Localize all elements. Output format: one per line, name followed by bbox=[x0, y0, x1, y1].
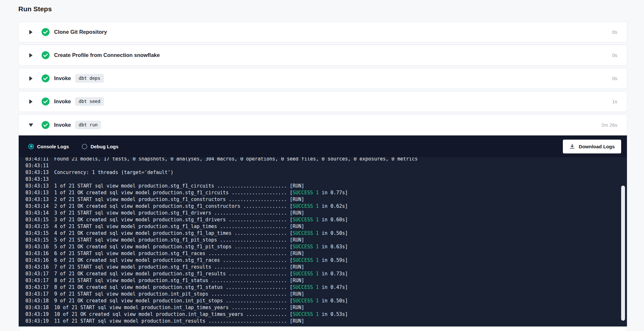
success-check-icon bbox=[41, 121, 50, 129]
log-line: 03:43:153 of 21 OK created sql view mode… bbox=[25, 216, 617, 223]
log-line: 03:43:189 of 21 OK created sql view mode… bbox=[25, 298, 617, 304]
log-line: 03:43:1911 of 21 START sql view model pr… bbox=[25, 318, 617, 325]
log-lines: 03:43:11Found 21 models, 17 tests, 0 sna… bbox=[25, 157, 617, 325]
log-line: 03:43:13Concurrency: 1 threads (target='… bbox=[25, 169, 617, 176]
radio-selected-icon[interactable] bbox=[28, 144, 34, 149]
download-logs-label: Download Logs bbox=[579, 144, 615, 149]
log-line: 03:43:143 of 21 START sql view model pro… bbox=[25, 210, 617, 216]
log-line: 03:43:131 of 21 START sql view model pro… bbox=[25, 183, 617, 189]
console-log-output[interactable]: 03:43:11Found 21 models, 17 tests, 0 sna… bbox=[19, 157, 627, 326]
step-row-invoke-dbt-seed[interactable]: Invoke dbt seed 1s bbox=[18, 91, 627, 112]
step-duration: 2m 26s bbox=[601, 122, 617, 128]
log-line: 03:43:178 of 21 START sql view model pro… bbox=[25, 277, 617, 284]
step-row-clone-git-repository[interactable]: Clone Git Repository 0s bbox=[18, 22, 627, 42]
log-line: 03:43:154 of 21 START sql view model pro… bbox=[25, 223, 617, 230]
step-duration: 0s bbox=[612, 76, 617, 81]
log-line: 03:43:1910 of 21 OK created sql view mod… bbox=[25, 311, 617, 318]
log-line: 03:43:155 of 21 START sql view model pro… bbox=[25, 237, 617, 244]
log-line: 03:43:1810 of 21 START sql view model pr… bbox=[25, 304, 617, 311]
step-label: Clone Git Repository bbox=[54, 29, 107, 35]
chevron-down-icon[interactable] bbox=[29, 124, 33, 127]
chevron-right-icon[interactable] bbox=[29, 99, 33, 104]
radio-unselected-icon[interactable] bbox=[82, 144, 87, 149]
log-line: 03:43:178 of 21 OK created sql view mode… bbox=[25, 284, 617, 291]
log-line: 03:43:166 of 21 OK created sql view mode… bbox=[25, 257, 617, 264]
log-line: 03:43:177 of 21 OK created sql view mode… bbox=[25, 271, 617, 277]
download-icon bbox=[569, 143, 575, 149]
success-check-icon bbox=[41, 51, 50, 60]
step-label: Create Profile from Connection snowflake bbox=[54, 52, 160, 58]
chevron-right-icon[interactable] bbox=[29, 53, 33, 58]
log-line: 03:43:11Found 21 models, 17 tests, 0 sna… bbox=[25, 157, 617, 162]
step-duration: 0s bbox=[612, 29, 617, 35]
log-line: 03:43:179 of 21 START sql view model pro… bbox=[25, 291, 617, 298]
log-line: 03:43:11 bbox=[25, 162, 617, 169]
command-pill: dbt run bbox=[75, 121, 101, 129]
console-logs-radio[interactable]: Console Logs bbox=[28, 144, 69, 149]
success-check-icon bbox=[41, 97, 50, 106]
console-header: Console Logs Debug Logs Download Logs bbox=[19, 135, 627, 157]
console-panel: Console Logs Debug Logs Download Logs 03… bbox=[19, 135, 627, 326]
step-duration: 0s bbox=[612, 52, 617, 58]
chevron-right-icon[interactable] bbox=[29, 30, 33, 34]
page-title: Run Steps bbox=[18, 5, 627, 13]
download-logs-button[interactable]: Download Logs bbox=[563, 140, 621, 153]
step-label: Invoke bbox=[54, 122, 71, 128]
run-steps-page: Run Steps Clone Git Repository 0s Create… bbox=[0, 0, 644, 331]
log-line: 03:43:166 of 21 START sql view model pro… bbox=[25, 250, 617, 257]
log-line: 03:43:165 of 21 OK created sql view mode… bbox=[25, 244, 617, 250]
command-pill: dbt deps bbox=[75, 74, 104, 83]
step-duration: 1s bbox=[612, 99, 617, 104]
command-pill: dbt seed bbox=[75, 97, 104, 106]
step-label: Invoke bbox=[54, 75, 71, 81]
step-header[interactable]: Invoke dbt run 2m 26s bbox=[19, 115, 627, 135]
log-line: 03:43:142 of 21 OK created sql view mode… bbox=[25, 203, 617, 210]
success-check-icon bbox=[41, 28, 50, 36]
scrollbar-thumb[interactable] bbox=[621, 186, 625, 321]
console-logs-label[interactable]: Console Logs bbox=[37, 144, 69, 149]
debug-logs-radio[interactable]: Debug Logs bbox=[82, 144, 118, 149]
log-line: 03:43:132 of 21 START sql view model pro… bbox=[25, 196, 617, 203]
log-line: 03:43:131 of 21 OK created sql view mode… bbox=[25, 189, 617, 196]
step-row-create-profile[interactable]: Create Profile from Connection snowflake… bbox=[18, 45, 627, 66]
log-line: 03:43:167 of 21 START sql view model pro… bbox=[25, 264, 617, 271]
success-check-icon bbox=[41, 74, 50, 83]
step-row-invoke-dbt-deps[interactable]: Invoke dbt deps 0s bbox=[18, 68, 627, 89]
step-label: Invoke bbox=[54, 98, 71, 105]
step-row-invoke-dbt-run: Invoke dbt run 2m 26s Console Logs Debug… bbox=[18, 114, 627, 331]
log-line: 03:43:13 bbox=[25, 176, 617, 183]
chevron-right-icon[interactable] bbox=[29, 76, 33, 81]
debug-logs-label[interactable]: Debug Logs bbox=[90, 144, 118, 149]
log-line: 03:43:154 of 21 OK created sql view mode… bbox=[25, 230, 617, 237]
